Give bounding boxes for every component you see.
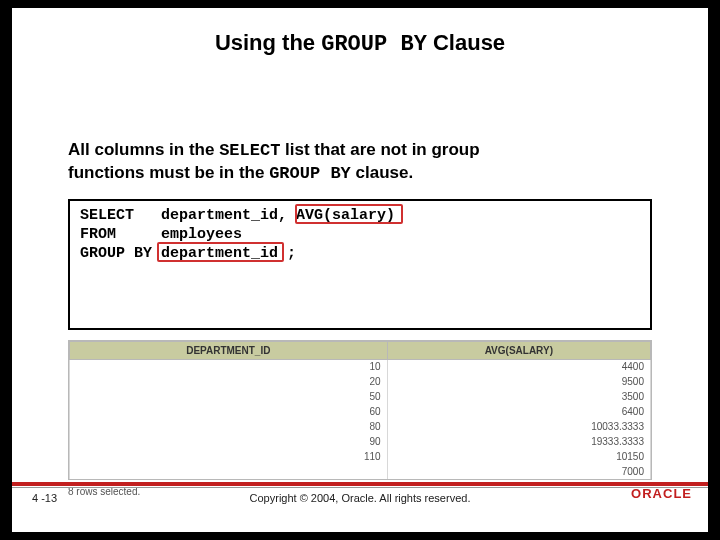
desc-l2b: GROUP BY <box>269 164 351 183</box>
table-row: 503500 <box>70 389 651 404</box>
table-row: 209500 <box>70 374 651 389</box>
slide: Using the GROUP BY Clause All columns in… <box>12 8 708 532</box>
description: All columns in the SELECT list that are … <box>12 139 708 185</box>
title-pre: Using the <box>215 30 321 55</box>
oracle-logo: ORACLE <box>631 486 692 501</box>
col-dept: DEPARTMENT_ID <box>70 341 388 359</box>
page-title: Using the GROUP BY Clause <box>12 8 708 57</box>
desc-l1a: All columns in the <box>68 140 219 159</box>
table-row: 9019333.3333 <box>70 434 651 449</box>
result-table: DEPARTMENT_ID AVG(SALARY) 104400 209500 … <box>68 340 652 481</box>
table-row: 11010150 <box>70 449 651 464</box>
copyright-text: Copyright © 2004, Oracle. All rights res… <box>12 492 708 504</box>
footer-thin-stripe <box>12 487 708 488</box>
table-row: 606400 <box>70 404 651 419</box>
col-avg: AVG(SALARY) <box>387 341 650 359</box>
code-block: SELECT department_id, AVG(salary) FROM e… <box>68 199 652 330</box>
title-post: Clause <box>427 30 505 55</box>
highlight-avg <box>295 204 403 224</box>
desc-l2c: clause. <box>351 163 413 182</box>
table-header-row: DEPARTMENT_ID AVG(SALARY) <box>70 341 651 359</box>
table-row: 7000 <box>70 464 651 479</box>
desc-l1b: SELECT <box>219 141 280 160</box>
footer: 4 -13 Copyright © 2004, Oracle. All righ… <box>12 488 708 514</box>
desc-l2a: functions must be in the <box>68 163 269 182</box>
highlight-deptid <box>157 242 284 262</box>
table-row: 104400 <box>70 359 651 374</box>
table-row: 8010033.3333 <box>70 419 651 434</box>
title-mono: GROUP BY <box>321 32 427 57</box>
footer-stripe <box>12 482 708 486</box>
code-line2: FROM employees <box>80 226 242 243</box>
desc-l1c: list that are not in group <box>280 140 479 159</box>
